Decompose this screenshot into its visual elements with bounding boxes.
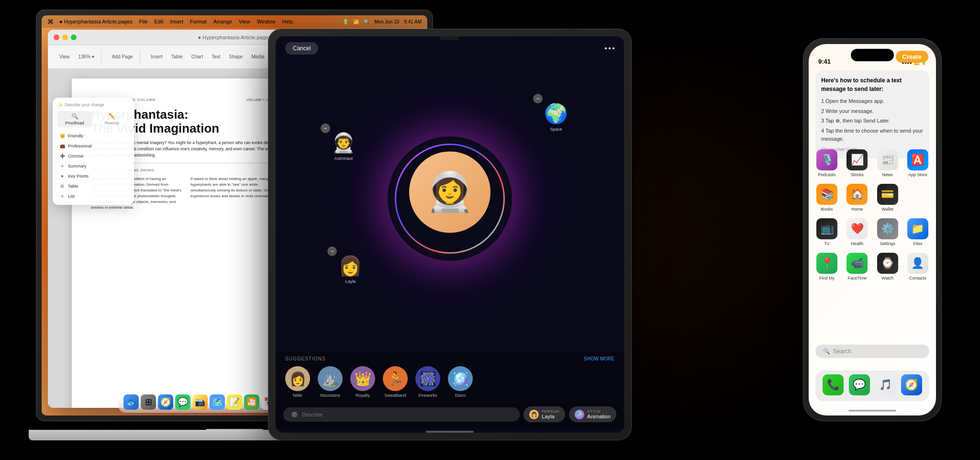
- menu-edit[interactable]: Edit: [155, 19, 164, 24]
- menu-file[interactable]: File: [139, 19, 148, 24]
- ai-tabs: 🔍 Proofread ✏️ Rewrite: [57, 111, 129, 127]
- dock-facetime[interactable]: 🎦: [244, 394, 259, 410]
- remove-layla-btn[interactable]: −: [327, 247, 337, 256]
- describe-gear-icon: ⚙️: [291, 411, 298, 418]
- ipad-menu-dots[interactable]: [605, 47, 614, 49]
- emoji-creation-area: 👩‍🚀 − 👨‍🚀 Astronaut − 🌍: [276, 58, 624, 351]
- ai-option-friendly[interactable]: 😊 Friendly: [57, 132, 129, 140]
- app-stocks[interactable]: 📈 Stocks: [845, 149, 869, 177]
- suggestion-nikki-icon: 👩: [285, 366, 310, 391]
- floating-emoji-astronaut[interactable]: − 👨‍🚀 Astronaut: [324, 127, 363, 166]
- toolbar-zoom-btn[interactable]: 136% ▾: [76, 53, 97, 60]
- remove-space-btn[interactable]: −: [533, 94, 543, 103]
- step-4: 4 Tap the time to choose when to send yo…: [821, 127, 924, 144]
- app-watch[interactable]: ⌚ Watch: [875, 253, 900, 280]
- ai-option-list[interactable]: ≡ List: [57, 192, 129, 200]
- menu-window[interactable]: Window: [257, 19, 276, 24]
- ipad-describe-input[interactable]: ⚙️ Describe: [283, 407, 520, 422]
- apple-menu-icon[interactable]: ⌘: [47, 18, 54, 25]
- space-label: Space: [550, 127, 562, 132]
- app-health[interactable]: ❤️ Health: [845, 218, 869, 246]
- toolbar-table-btn[interactable]: Table: [168, 53, 186, 60]
- ai-tab-proofread[interactable]: 🔍 Proofread: [57, 111, 92, 127]
- dock-messages[interactable]: 💬: [847, 374, 872, 397]
- dock-messages[interactable]: 💬: [175, 394, 190, 410]
- suggestion-nikki[interactable]: 👩 Nikki: [285, 366, 310, 398]
- toolbar-media-btn[interactable]: Media: [248, 53, 267, 60]
- dock-maps[interactable]: 🗺️: [210, 394, 225, 410]
- zoom-button[interactable]: [71, 34, 77, 40]
- step-3: 3 Tap ⊕, then tap Send Later.: [821, 117, 924, 125]
- ipad-bottom-bar: ⚙️ Describe 👩 PERSON Layla ✨: [276, 403, 624, 429]
- suggestion-disco[interactable]: 🪩 Disco: [448, 366, 473, 398]
- ai-option-professional[interactable]: 💼 Professional: [57, 142, 129, 150]
- menu-insert[interactable]: Insert: [170, 19, 184, 24]
- floating-emoji-space[interactable]: − 🌍 Space: [537, 98, 575, 136]
- iphone-create-button[interactable]: Create: [896, 51, 928, 63]
- menu-view[interactable]: View: [239, 19, 250, 24]
- toolbar-shape-btn[interactable]: Shape: [226, 53, 246, 60]
- close-button[interactable]: [54, 34, 59, 40]
- dock-music[interactable]: 🎵: [873, 374, 898, 397]
- app-wallet[interactable]: 💳 Wallet: [875, 184, 900, 212]
- app-contacts[interactable]: 👤 Contacts: [905, 253, 930, 280]
- minimize-button[interactable]: [62, 34, 68, 40]
- iphone-search-bar[interactable]: 🔍 Search: [815, 345, 929, 358]
- app-books[interactable]: 📚 Books: [814, 184, 839, 212]
- menu-search-icon[interactable]: 🔍: [364, 19, 369, 24]
- suggestion-royalty[interactable]: 👑 Royalty: [350, 366, 375, 398]
- search-icon: 🔍: [823, 348, 830, 355]
- menu-arrange[interactable]: Arrange: [213, 19, 232, 24]
- app-podcasts[interactable]: 🎙️ Podcasts: [814, 149, 839, 177]
- iphone-app-grid: 🎙️ Podcasts 📈 Stocks 📰 News 🅰️: [814, 149, 930, 287]
- show-more-button[interactable]: SHOW MORE: [584, 356, 614, 361]
- ai-option-table[interactable]: ⊞ Table: [57, 182, 129, 190]
- professional-icon: 💼: [59, 144, 65, 148]
- app-tv[interactable]: 📺 TV: [814, 218, 839, 246]
- news-label: News: [882, 172, 893, 177]
- ai-option-keypoints[interactable]: ★ Key Points: [57, 172, 129, 180]
- layla-label: Layla: [345, 279, 356, 284]
- app-home[interactable]: 🏠 Home: [845, 184, 869, 212]
- remove-astronaut-btn[interactable]: −: [321, 123, 330, 133]
- app-appstore[interactable]: 🅰️ App Store: [905, 149, 930, 177]
- dock-finder[interactable]: 🐟: [123, 394, 139, 410]
- ipad: Cancel: [268, 29, 632, 440]
- app-settings[interactable]: ⚙️ Settings: [875, 218, 900, 246]
- menu-help[interactable]: Help: [282, 19, 293, 24]
- app-findmy[interactable]: 📍 Find My: [814, 253, 839, 280]
- menu-format[interactable]: Format: [190, 19, 207, 24]
- ipad-cancel-button[interactable]: Cancel: [285, 42, 318, 55]
- app-files[interactable]: 📁 Files: [905, 218, 930, 246]
- dock-notes[interactable]: 📝: [227, 394, 242, 410]
- dock-photos[interactable]: 📷: [192, 394, 208, 410]
- suggestions-header: SUGGESTIONS SHOW MORE: [285, 356, 614, 361]
- ipad-person-tag[interactable]: 👩 PERSON Layla: [523, 406, 565, 422]
- ai-option-summary[interactable]: ≡ Summary: [57, 162, 129, 170]
- main-emoji-face[interactable]: 👩‍🚀: [409, 151, 490, 233]
- app-news[interactable]: 📰 News: [875, 149, 900, 177]
- suggestion-fireworks[interactable]: 🎆 Fireworks: [415, 366, 440, 398]
- ai-option-concise[interactable]: ➕ Concise: [57, 152, 129, 160]
- ipad-style-tag[interactable]: ✨ STYLE Animation: [569, 406, 616, 422]
- toolbar-view-btn[interactable]: View: [56, 53, 73, 60]
- menu-pages[interactable]: ● Hyperphantasia Article.pages: [59, 19, 133, 24]
- dock-safari[interactable]: 🧭: [158, 394, 173, 410]
- dock-phone[interactable]: 📞: [821, 374, 846, 397]
- app-facetime[interactable]: 📹 FaceTime: [845, 253, 869, 280]
- facetime-label: FaceTime: [847, 276, 867, 280]
- ai-tab-rewrite[interactable]: ✏️ Rewrite: [95, 111, 129, 127]
- suggestion-sweatband[interactable]: 🏃 Sweatband: [383, 366, 408, 398]
- dock-launchpad[interactable]: ⊞: [141, 394, 156, 410]
- toolbar-insert-btn[interactable]: Insert: [148, 53, 166, 60]
- floating-emoji-layla[interactable]: − 👩 Layla: [331, 250, 369, 289]
- toolbar-chart-btn[interactable]: Chart: [189, 53, 206, 60]
- traffic-lights: [54, 34, 77, 40]
- toolbar-text-btn[interactable]: Text: [209, 53, 223, 60]
- toolbar-addpage-btn[interactable]: Add Page: [109, 53, 136, 60]
- scene: ⌘ ● Hyperphantasia Article.pages File Ed…: [0, 0, 980, 460]
- keypoints-icon: ★: [59, 174, 65, 179]
- suggestion-mountains[interactable]: ⛰️ Mountains: [318, 366, 343, 398]
- step-1: 1 Open the Messages app.: [821, 97, 924, 106]
- dock-safari[interactable]: 🧭: [899, 374, 924, 397]
